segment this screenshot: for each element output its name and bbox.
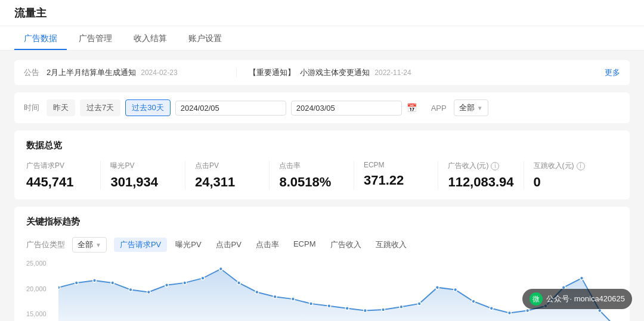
chart-metric-2[interactable]: 点击PV bbox=[210, 238, 247, 252]
filter-yesterday[interactable]: 昨天 bbox=[47, 99, 75, 116]
tab-ad-manage[interactable]: 广告管理 bbox=[69, 26, 122, 50]
notice-item-1: 2月上半月结算单生成通知 2024-02-23 bbox=[47, 67, 224, 78]
notice-label: 公告 bbox=[24, 67, 39, 78]
notice-text-1: 2月上半月结算单生成通知 bbox=[47, 67, 136, 78]
notice-tag-2: 【重要通知】 bbox=[249, 67, 295, 78]
stats-section: 数据总览 广告请求PV 445,741 曝光PV 301,934 点击PV 24… bbox=[14, 130, 630, 200]
stat-item-0: 广告请求PV 445,741 bbox=[26, 161, 101, 190]
filter-7days[interactable]: 过去7天 bbox=[80, 99, 120, 116]
chart-y-axis: 25,00020,00015,00010,000 bbox=[26, 260, 56, 321]
chart-position-label: 广告位类型 bbox=[26, 239, 65, 250]
svg-point-18 bbox=[382, 308, 385, 311]
svg-point-4 bbox=[129, 288, 132, 292]
y-axis-label: 25,000 bbox=[26, 260, 56, 267]
svg-point-8 bbox=[201, 276, 205, 280]
svg-point-12 bbox=[273, 295, 277, 298]
watermark-text: 公众号· monica420625 bbox=[546, 294, 625, 304]
notice-bar: 公告 2月上半月结算单生成通知 2024-02-23 【重要通知】 小游戏主体变… bbox=[14, 60, 630, 85]
notice-divider bbox=[236, 68, 237, 77]
chart-metric-5[interactable]: 广告收入 bbox=[324, 238, 367, 252]
chart-metric-6[interactable]: 互跳收入 bbox=[370, 238, 413, 252]
app-select[interactable]: 全部 ▼ bbox=[454, 99, 488, 116]
stats-title: 数据总览 bbox=[26, 140, 618, 151]
svg-point-29 bbox=[580, 276, 584, 280]
chart-filter-row: 广告位类型 全部 ▼ 广告请求PV曝光PV点击PV点击率ECPM广告收入互跳收入 bbox=[26, 237, 618, 253]
svg-point-20 bbox=[417, 302, 421, 306]
stat-value-5: 112,083.94 bbox=[448, 174, 513, 190]
svg-point-15 bbox=[327, 304, 331, 308]
svg-point-3 bbox=[111, 281, 114, 285]
svg-point-0 bbox=[58, 286, 60, 289]
svg-point-13 bbox=[292, 297, 295, 301]
stat-item-1: 曝光PV 301,934 bbox=[110, 161, 185, 190]
stat-value-3: 8.0518% bbox=[279, 174, 343, 190]
stat-item-4: ECPM 371.22 bbox=[364, 161, 438, 190]
y-axis-label: 15,000 bbox=[26, 310, 56, 317]
chart-metric-0[interactable]: 广告请求PV bbox=[114, 238, 167, 252]
tab-account[interactable]: 账户设置 bbox=[179, 26, 231, 50]
page-title: 流量主 bbox=[14, 6, 47, 20]
svg-point-23 bbox=[472, 300, 475, 303]
svg-point-11 bbox=[255, 290, 259, 294]
info-icon-5[interactable]: i bbox=[491, 162, 499, 170]
stats-grid: 广告请求PV 445,741 曝光PV 301,934 点击PV 24,311 … bbox=[26, 161, 618, 190]
stat-item-2: 点击PV 24,311 bbox=[195, 161, 270, 190]
svg-point-6 bbox=[165, 283, 169, 287]
chart-metric-1[interactable]: 曝光PV bbox=[169, 238, 207, 252]
notice-item-2: 【重要通知】 小游戏主体变更通知 2022-11-24 bbox=[249, 67, 426, 78]
svg-point-10 bbox=[237, 281, 241, 285]
filter-bar: 时间 昨天 过去7天 过去30天 📅 APP 全部 ▼ bbox=[14, 92, 630, 123]
chart-metrics: 广告请求PV曝光PV点击PV点击率ECPM广告收入互跳收入 bbox=[114, 238, 413, 252]
stat-value-0: 445,741 bbox=[26, 174, 91, 190]
nav-tabs: 广告数据 广告管理 收入结算 账户设置 bbox=[0, 26, 644, 51]
stat-value-1: 301,934 bbox=[110, 174, 175, 190]
svg-point-19 bbox=[400, 305, 403, 308]
svg-point-25 bbox=[508, 311, 512, 314]
svg-point-9 bbox=[219, 267, 223, 271]
svg-point-7 bbox=[183, 281, 187, 285]
notice-more[interactable]: 更多 bbox=[605, 67, 620, 78]
app-value: 全部 bbox=[459, 102, 475, 113]
svg-point-24 bbox=[490, 307, 493, 310]
svg-point-30 bbox=[598, 309, 602, 313]
chart-title: 关键指标趋势 bbox=[26, 216, 618, 227]
chart-position-select[interactable]: 全部 ▼ bbox=[72, 237, 107, 253]
app-label: APP bbox=[431, 104, 447, 113]
time-label: 时间 bbox=[24, 102, 39, 113]
svg-point-22 bbox=[454, 288, 457, 292]
tab-income[interactable]: 收入结算 bbox=[124, 26, 177, 50]
date-start-input[interactable] bbox=[175, 101, 286, 116]
chevron-down-icon: ▼ bbox=[477, 105, 483, 111]
info-icon-6[interactable]: i bbox=[577, 162, 585, 170]
svg-point-26 bbox=[526, 309, 530, 313]
svg-point-2 bbox=[93, 279, 97, 282]
svg-point-5 bbox=[147, 290, 150, 294]
notice-date-1: 2024-02-23 bbox=[141, 68, 177, 77]
stat-label-3: 点击率 bbox=[279, 161, 343, 171]
stat-value-2: 24,311 bbox=[195, 174, 259, 190]
y-axis-label: 20,000 bbox=[26, 285, 56, 292]
svg-point-16 bbox=[345, 307, 349, 310]
stat-label-2: 点击PV bbox=[195, 161, 259, 171]
svg-point-17 bbox=[364, 309, 367, 313]
chart-metric-3[interactable]: 点击率 bbox=[250, 238, 285, 252]
date-end-input[interactable] bbox=[291, 101, 402, 116]
wechat-icon: 微 bbox=[530, 292, 543, 306]
notice-text-2: 小游戏主体变更通知 bbox=[300, 67, 370, 78]
calendar-icon[interactable]: 📅 bbox=[407, 103, 417, 113]
filter-30days[interactable]: 过去30天 bbox=[125, 99, 170, 116]
notice-date-2: 2022-11-24 bbox=[374, 68, 411, 77]
tab-ad-data[interactable]: 广告数据 bbox=[14, 26, 67, 50]
svg-point-21 bbox=[436, 286, 439, 289]
stat-item-3: 点击率 8.0518% bbox=[279, 161, 354, 190]
svg-point-1 bbox=[75, 281, 78, 285]
chart-metric-4[interactable]: ECPM bbox=[287, 238, 322, 252]
svg-point-14 bbox=[309, 302, 313, 306]
chart-header: 关键指标趋势 广告位类型 全部 ▼ 广告请求PV曝光PV点击PV点击率ECPM广… bbox=[26, 216, 618, 253]
chevron-down-icon-2: ▼ bbox=[95, 242, 101, 248]
stat-item-6: 互跳收入(元) i 0 bbox=[534, 161, 618, 190]
stat-label-5: 广告收入(元) i bbox=[448, 161, 513, 171]
stat-label-1: 曝光PV bbox=[110, 161, 175, 171]
stat-label-4: ECPM bbox=[364, 161, 428, 169]
watermark: 微 公众号· monica420625 bbox=[522, 289, 632, 309]
